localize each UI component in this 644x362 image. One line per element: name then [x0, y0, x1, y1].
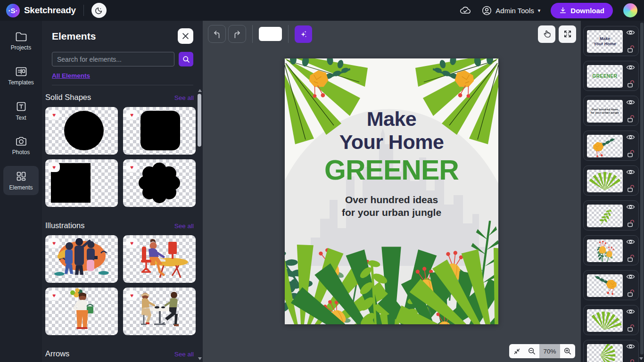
layer-visibility-button[interactable] [625, 63, 636, 72]
layer-visibility-button[interactable] [625, 168, 636, 176]
favorite-heart-icon[interactable]: ♥ [48, 162, 60, 172]
layer-item-flower-sprig-left[interactable] [583, 131, 639, 161]
avatar[interactable] [623, 3, 637, 17]
layer-item-text-subtitle[interactable]: Over hundred ideas for your urban jungle [583, 96, 639, 126]
layer-lock-button[interactable] [626, 218, 635, 228]
admin-tools-label: Admin Tools [495, 7, 534, 15]
illustration-person-at-computer[interactable]: ♥ [123, 235, 196, 283]
layer-lock-button[interactable] [626, 44, 635, 54]
layer-item-leaf-branch[interactable] [583, 200, 639, 230]
undo-button[interactable] [208, 25, 226, 43]
see-all-illustrations[interactable]: See all [174, 222, 194, 230]
illustration-woman-with-flowers[interactable]: ♥ [45, 288, 118, 335]
poster-document[interactable]: Make Your Home GREENER Over hundred idea… [285, 58, 498, 324]
layer-thumbnail[interactable]: Over hundred ideas for your urban jungle [587, 100, 623, 123]
sidebar-item-text[interactable]: Text [3, 96, 39, 125]
layer-lock-button[interactable] [626, 253, 635, 263]
see-all-arrows[interactable]: See all [174, 351, 194, 358]
sidebar-item-photos[interactable]: Photos [3, 131, 39, 160]
scroll-up-icon[interactable] [198, 89, 202, 92]
layer-visibility-button[interactable] [625, 342, 636, 351]
redo-button[interactable] [228, 25, 246, 43]
favorite-heart-icon[interactable]: ♥ [126, 110, 138, 120]
shape-square[interactable]: ♥ [45, 159, 118, 207]
layer-visibility-button[interactable] [625, 307, 636, 316]
download-button[interactable]: Download [551, 3, 613, 18]
canvas-area[interactable]: Make Your Home GREENER Over hundred idea… [203, 21, 581, 362]
layer-lock-button[interactable] [626, 79, 635, 89]
layer-item-fan-leaf-half[interactable] [583, 340, 639, 362]
see-all-solid-shapes[interactable]: See all [174, 94, 194, 101]
layer-lock-button[interactable] [626, 288, 635, 298]
layer-visibility-button[interactable] [625, 272, 636, 281]
scroll-down-icon[interactable] [198, 357, 202, 360]
poster-title-line1[interactable]: Make [285, 107, 498, 131]
zoom-out-button[interactable] [524, 344, 539, 358]
layer-thumbnail[interactable] [587, 344, 623, 362]
favorite-heart-icon[interactable]: ♥ [126, 162, 138, 172]
pan-tool-button[interactable] [538, 25, 555, 43]
panel-scrollbar[interactable] [197, 87, 202, 362]
shape-circle[interactable]: ♥ [45, 107, 118, 155]
layer-thumbnail[interactable]: GREENER [587, 65, 623, 88]
search-input[interactable] [52, 52, 174, 66]
sidebar-item-templates[interactable]: Templates [3, 61, 39, 90]
poster-title-line2[interactable]: Your Home [285, 131, 498, 154]
layer-visibility-button[interactable] [625, 98, 636, 107]
zoom-in-button[interactable] [560, 344, 575, 358]
sidebar-item-projects[interactable]: Projects [3, 26, 39, 56]
favorite-heart-icon[interactable]: ♥ [48, 110, 60, 120]
layer-item-fan-leaf[interactable] [583, 165, 639, 196]
theme-toggle-button[interactable] [91, 3, 107, 18]
zoom-controls: 70% [509, 344, 575, 358]
background-color-swatch[interactable] [259, 27, 282, 41]
favorite-heart-icon[interactable]: ♥ [48, 238, 60, 248]
layer-thumbnail[interactable] [587, 239, 623, 262]
layer-visibility-button[interactable] [625, 133, 636, 141]
layers-scroll-down-icon[interactable] [639, 357, 643, 360]
layer-lock-button[interactable] [626, 358, 635, 362]
fullscreen-button[interactable] [559, 25, 576, 43]
layer-item-flower-bouquet[interactable] [583, 235, 639, 265]
layer-lock-button[interactable] [626, 148, 635, 158]
layer-thumbnail[interactable] [587, 205, 623, 227]
zoom-fit-button[interactable] [509, 344, 524, 358]
poster-subtitle-line1[interactable]: Over hundred ideas [285, 194, 498, 206]
left-rail: Projects Templates Text Photos [0, 21, 42, 362]
layer-item-text-greener[interactable]: GREENER [583, 61, 639, 91]
poster-title-line3[interactable]: GREENER [285, 154, 498, 186]
sidebar-item-elements[interactable]: Elements [3, 166, 39, 195]
layer-item-fan-leaf-rotated[interactable] [583, 305, 639, 335]
layer-visibility-button[interactable] [625, 28, 636, 37]
shape-rounded-square[interactable]: ♥ [123, 107, 196, 155]
layer-lock-button[interactable] [626, 114, 635, 123]
unlock-icon [627, 219, 634, 227]
scrollbar-thumb[interactable] [198, 94, 201, 147]
favorite-heart-icon[interactable]: ♥ [126, 290, 138, 300]
layer-thumbnail[interactable] [587, 309, 623, 332]
layer-thumbnail[interactable] [587, 170, 623, 192]
layer-visibility-button[interactable] [625, 203, 636, 211]
admin-tools-menu[interactable]: Admin Tools ▾ [482, 6, 540, 16]
illustration-people-dining[interactable]: ♥ [123, 288, 196, 335]
shape-flower-blob[interactable]: ♥ [123, 159, 196, 207]
all-elements-link[interactable]: All Elements [52, 72, 90, 79]
favorite-heart-icon[interactable]: ♥ [48, 290, 60, 300]
brand[interactable]: ·S· Sketchready [0, 4, 76, 17]
search-button[interactable] [179, 52, 193, 66]
layer-thumbnail[interactable]: Make Your Home [587, 30, 623, 53]
illustration-friends-group[interactable]: ♥ [45, 235, 118, 283]
favorite-heart-icon[interactable]: ♥ [126, 238, 138, 248]
layer-thumbnail[interactable] [587, 274, 623, 297]
layer-item-text-make-your-home[interactable]: Make Your Home [583, 26, 639, 56]
layer-item-flower-sprig-right[interactable] [583, 270, 639, 300]
layers-scrollbar[interactable] [640, 23, 644, 354]
layer-lock-button[interactable] [626, 183, 635, 193]
eye-icon [626, 29, 635, 36]
poster-subtitle-line2[interactable]: for your urban jungle [285, 207, 498, 218]
layer-thumbnail[interactable] [587, 135, 623, 157]
close-panel-button[interactable] [178, 28, 193, 44]
layer-lock-button[interactable] [626, 323, 635, 333]
ai-magic-button[interactable] [295, 25, 312, 43]
layer-visibility-button[interactable] [625, 238, 636, 246]
